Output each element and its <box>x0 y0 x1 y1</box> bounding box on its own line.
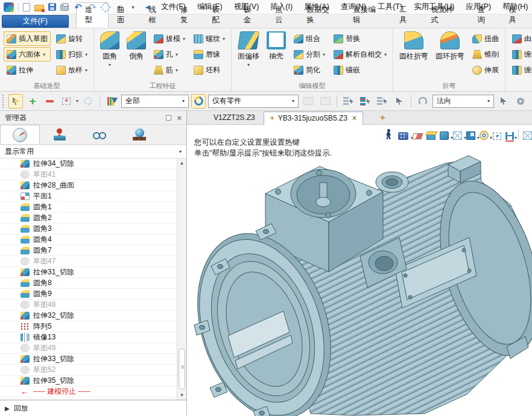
panel-close-icon[interactable]: × <box>177 114 182 122</box>
ribbon-button[interactable]: 镶嵌▾ <box>331 63 390 77</box>
pick-region-button[interactable] <box>59 94 74 109</box>
quick-access-icon[interactable] <box>128 2 138 12</box>
view-tool-icon[interactable]: ▾ <box>453 131 462 140</box>
tree-item[interactable]: 草图47 <box>0 256 177 267</box>
tree-item[interactable]: 镜像13 <box>0 332 177 343</box>
ribbon-button[interactable]: 唇缘▾ <box>191 47 228 61</box>
pick-scope-combobox[interactable]: 仅有零件▾ <box>208 95 299 108</box>
tree-item[interactable]: 圆角1 <box>0 202 177 213</box>
tree-item[interactable]: 圆角9 <box>0 289 177 300</box>
tree-filter-combobox[interactable]: 显示常用 ▾ <box>0 145 186 159</box>
ribbon-tab[interactable]: 视觉样式 <box>422 3 469 28</box>
scrollbar-thumb[interactable] <box>179 348 185 389</box>
ribbon-tab[interactable]: 数据交换 <box>298 3 344 28</box>
graphics-canvas[interactable]: 您可以在自定义设置里设置热键 单击"帮助/显示提示"按钮来取消这些提示. ▾ ▾ <box>187 125 532 416</box>
quick-access-icon[interactable] <box>48 3 56 11</box>
ribbon-button[interactable]: 螺纹▾ <box>191 31 228 46</box>
ribbon-tab[interactable]: 钣金 <box>235 3 267 28</box>
ribbon-big-button[interactable]: 倒角 ▾ <box>124 30 148 61</box>
tree-item[interactable]: 拉伸34_切除 <box>0 159 177 169</box>
selection-filter-button[interactable] <box>104 94 119 109</box>
direction-combobox[interactable]: 法向▾ <box>432 95 494 108</box>
view-tool-icon[interactable]: ▾ <box>518 129 519 140</box>
ribbon-button[interactable]: 插入草图▾ <box>4 31 51 46</box>
ribbon-button[interactable]: 拔模▾ <box>151 31 188 46</box>
ribbon-tab[interactable]: 修复 <box>172 3 203 28</box>
pick-from-list-button[interactable] <box>341 94 356 109</box>
manager-tab[interactable] <box>40 125 80 144</box>
ribbon-big-button[interactable]: 圆环折弯 ▾ <box>433 30 467 61</box>
ribbon-button[interactable]: 缠绕 <box>509 63 532 77</box>
pick-lasso-button[interactable] <box>81 94 95 109</box>
view-tool-icon[interactable]: ▾ <box>440 131 449 140</box>
quick-access-icon[interactable] <box>142 2 153 12</box>
tree-item[interactable]: 拉伸31_切除 <box>0 267 177 278</box>
refresh-scope-button[interactable] <box>191 94 206 109</box>
ribbon-big-button[interactable]: 面偏移 ▾ <box>235 30 262 68</box>
view-tool-icon[interactable]: ▾ <box>505 132 514 140</box>
tree-item[interactable]: 阵列5 <box>0 321 177 332</box>
new-tab-button[interactable]: + <box>380 113 385 124</box>
entity-filter-combobox[interactable]: 全部▾ <box>121 95 189 108</box>
playback-bar[interactable]: ▶ 回放 <box>0 400 186 416</box>
ribbon-button[interactable]: 扫掠▾ <box>53 47 90 61</box>
tree-item[interactable]: 草图41 <box>0 169 177 180</box>
ribbon-button[interactable]: 孔▾ <box>151 47 188 61</box>
document-tab-inactive[interactable]: V1ZZT2S.Z3 <box>205 112 264 124</box>
tree-item[interactable]: 草图49 <box>0 343 177 354</box>
quick-access-icon[interactable] <box>23 3 30 11</box>
document-tab-active[interactable]: + YB3-315juzuoSB5.Z3 × <box>264 112 363 125</box>
manager-tab[interactable] <box>119 125 159 144</box>
ribbon-button[interactable]: 扭曲▾ <box>469 31 502 46</box>
pick-previous-button[interactable] <box>318 94 332 109</box>
tree-item[interactable]: 平面1 <box>0 191 177 202</box>
motor-housing-model[interactable] <box>193 148 532 416</box>
tree-item[interactable]: 拉伸33_切除 <box>0 354 177 365</box>
ribbon-button[interactable]: 六面体▾ <box>4 47 51 61</box>
ribbon-big-button[interactable]: 圆角 ▾ <box>98 30 122 68</box>
panel-restore-icon[interactable] <box>166 115 171 121</box>
ribbon-big-button[interactable]: 抽壳 ▾ <box>264 30 288 61</box>
toolbar-drag-handle[interactable] <box>2 95 4 108</box>
ribbon-tab[interactable]: 查询 <box>469 3 500 28</box>
pick-options-button[interactable] <box>513 94 528 109</box>
ribbon-button[interactable]: 缠绕 <box>509 47 532 61</box>
tree-item[interactable]: 圆角7 <box>0 245 177 256</box>
remove-selection-button[interactable] <box>42 94 57 109</box>
ribbon-button[interactable]: 坯料▾ <box>191 63 228 77</box>
view-tool-icon[interactable]: ▾ <box>426 133 435 140</box>
view-tool-icon[interactable]: ▾ <box>383 129 394 140</box>
ribbon-button[interactable]: 分割▾ <box>291 47 328 61</box>
manager-tab[interactable] <box>80 125 119 144</box>
ribbon-button[interactable]: 替换▾ <box>331 31 390 46</box>
dropdown-arrow-icon[interactable]: ▾ <box>76 98 78 104</box>
quick-access-icon[interactable] <box>113 2 124 12</box>
ribbon-tab[interactable]: 装配 <box>203 3 235 28</box>
tree-item[interactable]: 草图52 <box>0 365 177 376</box>
tree-item[interactable]: 圆角3 <box>0 224 177 235</box>
quick-access-icon[interactable] <box>34 5 44 11</box>
ribbon-button[interactable]: 简化▾ <box>291 63 328 77</box>
scroll-up-icon[interactable]: ▲ <box>177 159 186 168</box>
tree-item[interactable]: ----- 建模停止 ----- <box>0 386 177 397</box>
ribbon-button[interactable]: 拉伸▾ <box>4 63 51 77</box>
close-tab-icon[interactable]: × <box>352 114 356 122</box>
quick-access-icon[interactable] <box>4 2 14 12</box>
ribbon-button[interactable]: 伸展▾ <box>469 63 502 77</box>
ribbon-tab[interactable]: 模具 <box>501 3 532 28</box>
view-tool-icon[interactable]: ▾ <box>523 131 532 140</box>
view-tool-icon[interactable]: ▾ <box>398 132 408 140</box>
view-tool-icon[interactable]: ▾ <box>493 133 501 140</box>
pick-last-button[interactable] <box>301 94 315 109</box>
add-selection-button[interactable]: + <box>25 94 40 109</box>
manager-tab[interactable] <box>0 125 40 144</box>
reorient-button[interactable] <box>416 94 430 109</box>
view-tool-icon[interactable]: ▾ <box>480 131 489 140</box>
ribbon-button[interactable]: 解析自相交▾ <box>331 47 390 61</box>
pick-from-list-colored-button[interactable] <box>358 94 373 109</box>
quick-access-icon[interactable] <box>87 2 98 12</box>
ribbon-button[interactable]: 筋▾ <box>151 63 188 77</box>
quick-access-icon[interactable] <box>60 4 69 11</box>
view-tool-icon[interactable]: ▾ <box>466 131 475 140</box>
ribbon-button[interactable]: 锥削▾ <box>469 47 502 61</box>
